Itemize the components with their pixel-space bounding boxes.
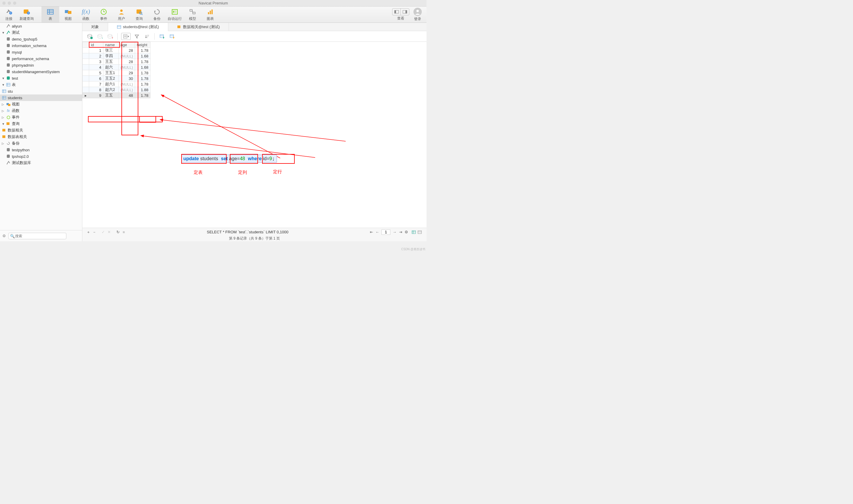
connection-test[interactable]: ▼测试: [0, 29, 82, 36]
tab-objects[interactable]: 对象: [82, 23, 108, 31]
column-header-height[interactable]: height: [135, 42, 150, 48]
delete-row-button[interactable]: －: [91, 230, 97, 235]
query-q1[interactable]: 数据相关: [0, 127, 82, 133]
svg-rect-24: [208, 12, 209, 14]
next-page-button[interactable]: →: [392, 230, 397, 234]
database-performance_schema[interactable]: performance_schema: [0, 55, 82, 62]
backup-icon: [153, 8, 161, 16]
svg-rect-22: [193, 12, 195, 14]
database-test[interactable]: ▼test: [0, 75, 82, 82]
folder-tables[interactable]: ▼表: [0, 82, 82, 88]
export-button[interactable]: [168, 33, 176, 40]
table-row[interactable]: 6王五2301.78: [83, 76, 150, 82]
pane-right-icon[interactable]: [401, 8, 409, 15]
table-row[interactable]: 7赵六1(NULL)1.78: [83, 82, 150, 87]
pane-left-icon[interactable]: [392, 8, 401, 15]
grid-view-button[interactable]: [412, 230, 417, 234]
connection-icon: [6, 24, 11, 29]
database-information_schema[interactable]: information_schema: [0, 42, 82, 49]
page-settings-button[interactable]: ⚙: [403, 230, 409, 234]
database-tpshop2.0[interactable]: tpshop2.0: [0, 153, 82, 160]
folder-funcs[interactable]: ▷fx函数: [0, 108, 82, 114]
folder-queries[interactable]: ▼查询: [0, 121, 82, 127]
connect-button[interactable]: + 连接: [0, 6, 18, 22]
view-toggle[interactable]: [392, 8, 409, 15]
form-view-button[interactable]: [417, 230, 424, 234]
svg-rect-72: [160, 35, 163, 38]
svg-line-78: [160, 120, 345, 141]
connection-aliyun[interactable]: aliyun: [0, 23, 82, 29]
apply-button[interactable]: ✓: [100, 230, 106, 234]
sql-hint: update students set age=48 where id=9;: [181, 155, 277, 163]
text-mode-button[interactable]: ▾: [121, 33, 130, 40]
database-icon: [6, 37, 11, 41]
svg-rect-74: [170, 35, 174, 38]
svg-point-14: [120, 10, 123, 12]
table-row[interactable]: 3王五281.78: [83, 59, 150, 65]
sidebar-bottom: ⚙ 🔍: [0, 230, 82, 241]
table-row[interactable]: 5王五1291.78: [83, 70, 150, 76]
database-demo_tpshop5[interactable]: demo_tpshop5: [0, 36, 82, 42]
table-stu[interactable]: stu: [0, 88, 82, 94]
view-button[interactable]: 视图: [59, 6, 77, 22]
sort-button[interactable]: [143, 33, 151, 40]
connection-open-icon: [6, 30, 11, 35]
table-row[interactable]: 2李四(NULL)1.68: [83, 53, 150, 59]
table-row[interactable]: 8赵六2(NULL)1.88: [83, 87, 150, 93]
event-button[interactable]: 事件: [95, 6, 112, 22]
new-query-icon: +: [22, 8, 31, 16]
commit-button[interactable]: ✓: [96, 33, 104, 40]
settings-icon[interactable]: ⚙: [2, 234, 6, 238]
backup-button[interactable]: 备份: [148, 6, 166, 22]
database-mysql[interactable]: mysql: [0, 49, 82, 55]
user-button[interactable]: 用户: [112, 6, 130, 22]
database-testpython[interactable]: testpython: [0, 147, 82, 153]
login-avatar[interactable]: [413, 8, 422, 16]
folder-events[interactable]: ▷事件: [0, 114, 82, 121]
connection-testdb[interactable]: 测试数据库: [0, 160, 82, 166]
svg-line-77: [141, 136, 315, 158]
query-q2[interactable]: 数据表相关: [0, 133, 82, 140]
rollback-button[interactable]: ✕: [106, 33, 114, 40]
model-button[interactable]: 模型: [184, 6, 201, 22]
last-page-button[interactable]: ⇥: [397, 230, 403, 234]
database-icon: [6, 63, 11, 68]
folder-views[interactable]: ▷视图: [0, 101, 82, 108]
chart-button[interactable]: 图表: [201, 6, 219, 22]
first-page-button[interactable]: ⇤: [369, 230, 374, 234]
stop-button[interactable]: ■: [121, 230, 127, 234]
data-grid[interactable]: idnameageheight 1张三281.782李四(NULL)1.683王…: [82, 42, 427, 228]
column-header-name[interactable]: name: [103, 42, 119, 48]
cancel-button[interactable]: ✕: [106, 230, 112, 234]
filter-button[interactable]: [133, 33, 141, 40]
table-row[interactable]: ▸9王五481.78: [83, 93, 150, 98]
tab-students[interactable]: students@test (测试): [108, 23, 168, 31]
begin-txn-button[interactable]: [86, 33, 94, 40]
column-header-age[interactable]: age: [119, 42, 135, 48]
page-number-input[interactable]: [381, 230, 390, 235]
database-studentManagementSystem[interactable]: studentManagementSystem: [0, 68, 82, 75]
table-row[interactable]: 4赵六(NULL)1.68: [83, 65, 150, 70]
table-button[interactable]: 表: [41, 6, 59, 22]
folder-backup[interactable]: ▷备份: [0, 140, 82, 147]
query-button[interactable]: 查询: [130, 6, 148, 22]
search-input[interactable]: [8, 233, 66, 239]
svg-rect-42: [2, 90, 6, 93]
autorun-button[interactable]: 自动运行: [166, 6, 184, 22]
status-sql: SELECT * FROM `test`.`students` LIMIT 0,…: [127, 230, 369, 234]
table-row[interactable]: 1张三281.78: [83, 48, 150, 53]
add-row-button[interactable]: ＋: [85, 230, 91, 235]
column-header-id[interactable]: id: [89, 42, 103, 48]
table-students[interactable]: students: [0, 94, 82, 101]
refresh-button[interactable]: ↻: [115, 230, 121, 234]
new-query-button[interactable]: + 新建查询: [18, 6, 36, 22]
function-button[interactable]: f(x) 函数: [77, 6, 95, 22]
database-phpmyadmin[interactable]: phpmyadmin: [0, 62, 82, 68]
connection-tree[interactable]: aliyun ▼测试 demo_tpshop5information_schem…: [0, 23, 82, 230]
svg-rect-52: [2, 129, 5, 131]
chart-icon: [206, 8, 214, 16]
import-button[interactable]: [158, 33, 166, 40]
prev-page-button[interactable]: ←: [374, 230, 380, 234]
database-icon: [6, 147, 11, 152]
tab-datarel[interactable]: 数据相关@test (测试): [168, 23, 229, 31]
